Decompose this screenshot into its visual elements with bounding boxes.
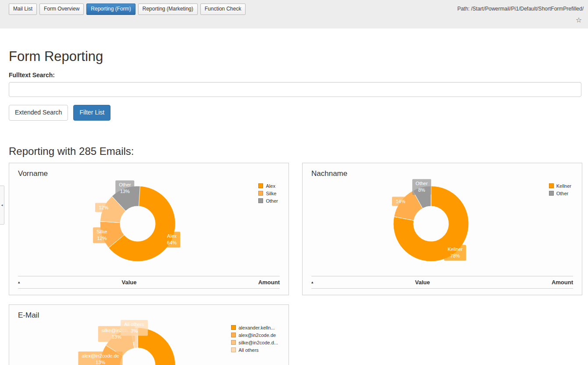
charts-row-bottom: E-Mail alex@in2code.de13%silke@in2co...1… [9,304,581,365]
legend-item: Alex [258,183,278,189]
legend-label: Alex [266,183,275,189]
filter-list-button[interactable]: Filter List [73,105,110,121]
legend-swatch [258,198,263,203]
donut-chart-nachname: Kellner78%14%Other8% [392,185,470,262]
slice-label: Alex64% [164,232,180,247]
legend-label: All others [239,347,259,353]
legend-swatch [549,191,554,196]
slice-label: Other13% [115,180,135,196]
chart-panel-vorname: Vorname Alex64%Silke12%12%Other13% AlexS… [9,163,289,295]
legend-swatch [258,191,263,196]
button-form-overview[interactable]: Form Overview [39,4,84,15]
chart-region: Kellner78%14%Other8% KellnerOther [303,178,582,272]
button-function-check[interactable]: Function Check [200,4,246,15]
legend-label: alexander.kelln... [239,325,275,330]
page-title: Form Reporting [9,49,581,64]
sort-caret-icon[interactable]: ▴ [311,280,324,284]
slice-label: alex@in2code.de13% [78,351,123,365]
search-action-row: Extended Search Filter List [9,105,581,121]
collapse-arrow-icon: ◂ [1,203,3,207]
button-reporting-form[interactable]: Reporting (Form) [86,4,135,15]
legend-label: alex@in2code.de [239,333,276,338]
chart-region: alex@in2code.de13%silke@in2co...13%All o… [9,320,289,365]
button-reporting-marketing[interactable]: Reporting (Marketing) [138,4,198,15]
slice-label: All others3% [121,320,148,336]
slice-label: Other8% [412,179,431,195]
panel-title: E-Mail [9,305,289,320]
legend-label: Other [556,191,569,196]
docheader: Mail List Form Overview Reporting (Form)… [0,0,588,29]
legend-label: Silke [266,191,276,196]
panel-title: Vorname [9,163,289,178]
column-header-value[interactable]: Value [31,279,227,286]
slice-label: 14% [392,197,409,206]
legend-label: silke@in2code.d... [239,340,278,345]
legend-item: alex@in2code.de [231,333,278,338]
slice-label: Silke12% [93,227,110,243]
column-header-value[interactable]: Value [324,279,520,286]
legend-swatch [549,183,554,188]
donut-svg [99,185,176,262]
legend-label: Kellner [556,183,571,189]
fulltext-search-label: Fulltext Search: [9,72,581,79]
extended-search-button[interactable]: Extended Search [9,105,68,121]
legend-item: All others [231,347,278,353]
chart-panel-nachname: Nachname Kellner78%14%Other8% KellnerOth… [302,163,582,295]
sort-caret-icon[interactable]: ▴ [18,280,31,284]
legend-item: Silke [258,191,278,196]
navigation-collapse-handle[interactable]: ◂ [0,186,4,225]
chart-region: Alex64%Silke12%12%Other13% AlexSilkeOthe… [9,178,289,272]
slice-label: Kellner78% [444,245,466,261]
legend-item: silke@in2code.d... [231,340,278,345]
donut-chart-email: alex@in2code.de13%silke@in2co...13%All o… [99,327,176,365]
page-path: Path: /Start/Powermail/Pi1/Default/Short… [457,6,584,12]
button-mail-list[interactable]: Mail List [9,4,37,15]
legend-swatch [231,333,236,337]
column-header-amount[interactable]: Amount [520,279,573,286]
legend-item: Kellner [549,183,571,189]
legend-item: Other [549,191,571,196]
column-header-amount[interactable]: Amount [227,279,280,286]
chart-legend: alexander.kelln...alex@in2code.desilke@i… [231,325,278,355]
legend-item: alexander.kelln... [231,325,278,330]
legend-swatch [258,183,263,188]
legend-swatch [231,340,236,345]
module-content: Form Reporting Fulltext Search: Extended… [0,49,588,365]
legend-swatch [231,347,236,352]
docheader-button-row: Mail List Form Overview Reporting (Form)… [9,4,246,15]
chart-panel-email: E-Mail alex@in2code.de13%silke@in2co...1… [9,304,289,365]
chart-legend: KellnerOther [549,183,571,198]
charts-row-top: Vorname Alex64%Silke12%12%Other13% AlexS… [9,163,581,295]
panel-title: Nachname [303,163,582,178]
result-table-header: ▴ Value Amount [18,276,280,289]
bookmark-star-icon[interactable]: ☆ [576,17,582,24]
fulltext-search-input[interactable] [9,82,581,97]
donut-chart-vorname: Alex64%Silke12%12%Other13% [99,185,176,262]
legend-swatch [231,325,236,330]
reporting-heading: Reporting with 285 Emails: [9,145,581,157]
legend-item: Other [258,198,278,204]
chart-legend: AlexSilkeOther [258,183,278,206]
result-table-header: ▴ Value Amount [311,276,573,289]
slice-label: 12% [95,203,112,212]
legend-label: Other [266,198,278,204]
